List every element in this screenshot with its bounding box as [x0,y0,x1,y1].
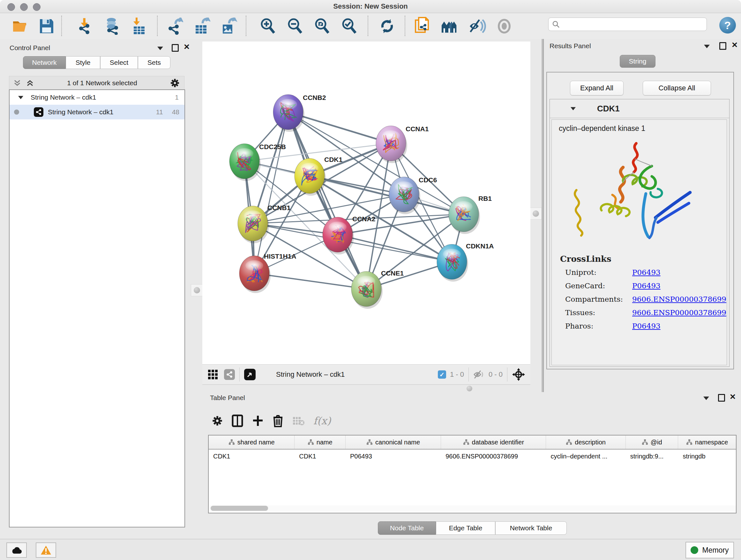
show-columns-icon[interactable] [232,415,243,427]
panel-menu-icon[interactable] [157,47,163,50]
export-network-button[interactable] [166,17,184,36]
cloud-status-button[interactable] [6,543,27,558]
birdseye-view-icon[interactable] [244,369,256,380]
first-neighbors-icon [441,19,459,34]
results-splitter-line[interactable] [542,39,544,392]
right-splitter-handle[interactable] [530,207,542,220]
import-network-file-button[interactable] [76,17,94,36]
node-entry-header[interactable]: CDK1 [550,99,729,118]
network-canvas[interactable]: CCNB2CCNA1CDC25BCDK1CDC6RB1CCNB1CCNA2CDK… [202,42,530,364]
column-header[interactable]: shared name [209,435,294,449]
add-column-icon[interactable] [252,415,264,427]
graph-node-hist1h1a[interactable]: HIST1H1A [239,253,296,293]
tab-select[interactable]: Select [100,56,138,69]
tree-expand-icon[interactable] [18,96,23,99]
panel-close-icon[interactable]: ✕ [184,44,190,50]
panel-close-icon[interactable]: ✕ [730,394,736,400]
grid-view-icon[interactable] [207,369,218,380]
entry-collapse-icon[interactable] [570,107,576,110]
network-graph[interactable]: CCNB2CCNA1CDC25BCDK1CDC6RB1CCNB1CCNA2CDK… [202,42,530,364]
tab-edge-table[interactable]: Edge Table [436,521,495,535]
graph-node-ccna1[interactable]: CCNA1 [376,125,429,163]
cell-canonical-name[interactable]: P06493 [346,449,441,463]
delete-column-trash-icon[interactable] [273,415,283,427]
export-table-button[interactable] [193,17,211,36]
panel-float-icon[interactable] [172,44,179,52]
import-table-file-button[interactable] [130,17,148,36]
memory-button[interactable]: Memory [685,542,734,558]
tab-sets[interactable]: Sets [138,56,171,69]
hide-selected-button[interactable] [468,17,486,36]
network-list-options-gear-icon[interactable] [170,78,180,88]
left-splitter-handle[interactable] [191,284,203,296]
panel-float-icon[interactable] [718,394,725,401]
graph-node-rb1[interactable]: RB1 [449,195,492,234]
zoom-in-button[interactable] [259,17,277,36]
node-label: RB1 [478,195,492,202]
graph-node-cdc6[interactable]: CDC6 [389,176,437,214]
table-row[interactable]: CDK1 CDK1 P06493 9606.ENSP00000378699 cy… [209,449,736,463]
bottom-splitter-handle[interactable] [467,386,472,391]
tab-network-table[interactable]: Network Table [495,521,567,535]
column-header[interactable]: database identifier [441,435,546,449]
crosslink-label: GeneCard: [565,282,632,290]
graph-node-ccnb2[interactable]: CCNB2 [273,94,326,132]
scrollbar-thumb[interactable] [211,506,268,511]
help-button[interactable]: ? [719,17,736,34]
cell-name[interactable]: CDK1 [294,449,346,463]
panel-menu-icon[interactable] [704,45,710,48]
cell-namespace[interactable]: stringdb [678,449,736,463]
expand-all-networks-icon[interactable] [26,79,34,87]
selected-nodes-checkbox[interactable]: ✓ [438,370,446,379]
export-image-button[interactable] [220,17,238,36]
zoom-selected-button[interactable] [340,17,358,36]
graph-node-ccne1[interactable]: CCNE1 [351,269,404,309]
tab-network[interactable]: Network [23,56,66,69]
crosslink-pharos[interactable]: P06493 [632,322,727,330]
open-session-button[interactable] [11,17,29,36]
copy-network-button[interactable] [414,17,431,36]
horizontal-scrollbar[interactable] [210,505,736,511]
crosslink-genecard[interactable]: P06493 [632,282,727,290]
cell-description[interactable]: cyclin–dependent ... [546,449,625,463]
apply-layout-button[interactable] [378,17,396,36]
cell-shared-name[interactable]: CDK1 [209,449,294,463]
zoom-out-button[interactable] [286,17,304,36]
graph-node-ccna2[interactable]: CCNA2 [323,215,375,254]
panel-menu-icon[interactable] [703,396,709,400]
graph-node-cdkn1a[interactable]: CDKN1A [437,242,494,282]
save-session-button[interactable] [38,17,56,36]
collapse-all-button[interactable]: Collapse All [643,81,711,96]
tab-string[interactable]: String [620,55,656,68]
column-header[interactable]: canonical name [346,435,441,449]
warnings-button[interactable] [36,543,56,558]
zoom-fit-button[interactable] [313,17,331,36]
crosslink-compartments[interactable]: 9606.ENSP00000378699 [632,295,727,303]
first-neighbors-button[interactable] [441,17,459,36]
crosslink-uniprot[interactable]: P06493 [632,268,727,276]
panel-close-icon[interactable]: ✕ [731,42,738,48]
show-all-button[interactable] [495,17,513,36]
cell-database-identifier[interactable]: 9606.ENSP00000378699 [441,449,546,463]
network-view-title: String Network – cdk1 [276,370,345,379]
crosslink-tissues[interactable]: 9606.ENSP00000378699 [632,308,727,317]
view-list-icon[interactable] [224,369,235,380]
collapse-all-networks-icon[interactable] [13,79,21,87]
expand-all-button[interactable]: Expand All [570,81,623,96]
cell-id[interactable]: stringdb:9... [626,449,678,463]
pan-crosshair-icon[interactable] [512,368,525,381]
column-header[interactable]: @id [626,435,678,449]
column-header[interactable]: namespace [678,435,736,449]
column-header[interactable]: name [294,435,346,449]
tab-style[interactable]: Style [66,56,100,69]
network-collection-row[interactable]: String Network – cdk1 1 [10,90,185,105]
collection-label: String Network – cdk1 [30,94,96,101]
network-row-selected[interactable]: String Network – cdk1 11 48 [10,105,185,119]
panel-float-icon[interactable] [719,42,726,50]
column-header[interactable]: description [546,435,625,449]
tab-node-table[interactable]: Node Table [378,521,436,535]
search-input[interactable] [560,20,698,28]
import-network-database-button[interactable] [103,17,121,36]
table-options-gear-icon[interactable] [212,415,223,426]
function-builder-icon: f(x) [313,415,331,427]
